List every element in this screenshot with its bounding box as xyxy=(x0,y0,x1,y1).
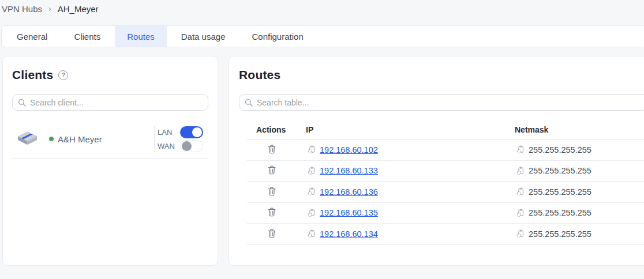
route-ip-link[interactable]: 192.168.60.136 xyxy=(320,187,378,197)
copy-ip-icon[interactable] xyxy=(307,166,316,176)
tab-bar: General Clients Routes Data usage Config… xyxy=(1,25,644,47)
wan-toggle-label: WAN xyxy=(158,142,176,150)
lan-toggle[interactable] xyxy=(180,126,203,138)
search-icon xyxy=(245,99,253,107)
tab-data-usage[interactable]: Data usage xyxy=(169,26,238,47)
copy-ip-icon[interactable] xyxy=(307,187,316,197)
client-list-item[interactable]: A&H Meyer LAN WAN xyxy=(12,120,208,159)
route-netmask: 255.255.255.255 xyxy=(529,187,591,197)
delete-route-button[interactable] xyxy=(267,186,277,197)
tab-clients[interactable]: Clients xyxy=(62,26,113,47)
client-toggle-group: LAN WAN xyxy=(154,126,203,152)
breadcrumb-vpn-hubs[interactable]: VPN Hubs xyxy=(2,4,42,14)
client-search-input[interactable] xyxy=(30,98,203,107)
routes-panel-title: Routes xyxy=(239,68,280,82)
client-name: A&H Meyer xyxy=(58,134,102,144)
column-header-ip: IP xyxy=(306,125,515,134)
copy-netmask-icon[interactable] xyxy=(516,208,525,218)
table-search-input[interactable] xyxy=(257,98,642,107)
tab-configuration[interactable]: Configuration xyxy=(240,26,316,47)
route-netmask: 255.255.255.255 xyxy=(529,145,591,154)
search-icon xyxy=(18,99,26,107)
table-row: 192.168.60.134 255.255.255.255 xyxy=(247,224,644,245)
route-netmask: 255.255.255.255 xyxy=(529,208,591,217)
table-search-box xyxy=(239,94,644,111)
clients-panel: Clients ? A&H Meyer LAN xyxy=(2,56,218,266)
client-status-dot xyxy=(49,137,54,141)
tab-routes[interactable]: Routes xyxy=(115,26,167,47)
route-netmask: 255.255.255.255 xyxy=(529,229,591,239)
route-ip-link[interactable]: 192.168.60.134 xyxy=(320,229,378,239)
delete-route-button[interactable] xyxy=(267,164,277,176)
wan-toggle[interactable] xyxy=(180,140,203,152)
help-icon[interactable]: ? xyxy=(58,70,68,80)
table-row: 192.168.60.136 255.255.255.255 xyxy=(247,182,644,203)
route-ip-link[interactable]: 192.168.60.133 xyxy=(320,166,378,175)
route-ip-link[interactable]: 192.168.60.135 xyxy=(320,208,378,217)
route-ip-link[interactable]: 192.168.60.102 xyxy=(320,145,378,154)
copy-ip-icon[interactable] xyxy=(307,145,316,154)
table-row: 192.168.60.133 255.255.255.255 xyxy=(247,161,644,182)
routes-panel: Routes Actions IP Netmask xyxy=(229,56,644,266)
delete-route-button[interactable] xyxy=(267,228,277,239)
column-header-netmask: Netmask xyxy=(515,125,644,134)
routes-table: Actions IP Netmask xyxy=(247,120,644,245)
copy-netmask-icon[interactable] xyxy=(516,145,525,154)
copy-netmask-icon[interactable] xyxy=(516,187,525,197)
delete-route-button[interactable] xyxy=(267,144,277,155)
router-device-icon xyxy=(17,131,38,147)
table-row: 192.168.60.135 255.255.255.255 xyxy=(247,203,644,224)
chevron-right-icon: › xyxy=(48,4,51,13)
copy-netmask-icon[interactable] xyxy=(516,166,525,176)
route-netmask: 255.255.255.255 xyxy=(529,166,591,175)
lan-toggle-label: LAN xyxy=(158,128,176,137)
clients-panel-title: Clients xyxy=(12,68,53,82)
tab-general[interactable]: General xyxy=(5,26,59,47)
delete-route-button[interactable] xyxy=(267,206,277,218)
client-search-box xyxy=(12,94,208,111)
breadcrumb-current-hub: AH_Meyer xyxy=(58,4,99,14)
copy-ip-icon[interactable] xyxy=(307,229,316,239)
routes-table-header: Actions IP Netmask xyxy=(247,120,644,140)
copy-netmask-icon[interactable] xyxy=(516,229,525,239)
breadcrumb: VPN Hubs › AH_Meyer xyxy=(2,2,99,15)
copy-ip-icon[interactable] xyxy=(307,208,316,218)
column-header-actions: Actions xyxy=(247,125,306,134)
table-row: 192.168.60.102 255.255.255.255 xyxy=(247,140,644,161)
